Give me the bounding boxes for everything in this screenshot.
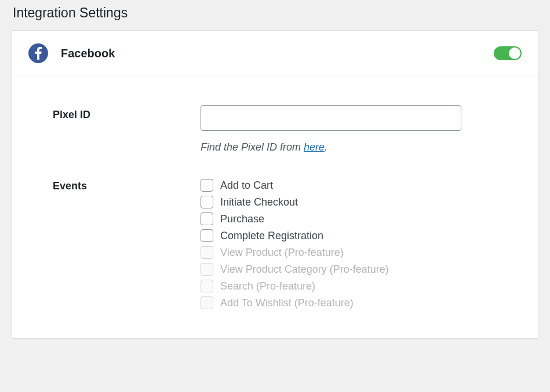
event-label: Complete Registration	[220, 230, 323, 242]
event-item: Add to Cart	[201, 179, 497, 192]
card-body: Pixel ID Find the Pixel ID from here. Ev…	[12, 76, 538, 338]
pixel-id-help: Find the Pixel ID from here.	[201, 141, 497, 153]
event-checkbox[interactable]	[201, 196, 213, 208]
event-item: Purchase	[201, 213, 497, 225]
pixel-id-input[interactable]	[201, 105, 461, 131]
event-checkbox[interactable]	[201, 179, 213, 192]
pixel-id-help-link[interactable]: here	[304, 141, 325, 153]
event-checkbox	[201, 280, 213, 292]
event-checkbox[interactable]	[201, 229, 213, 242]
event-item: View Product (Pro-feature)	[201, 246, 497, 259]
events-control: Add to CartInitiate CheckoutPurchaseComp…	[201, 177, 497, 309]
facebook-integration-card: Facebook Pixel ID Find the Pixel ID from…	[12, 30, 538, 339]
event-item: View Product Category (Pro-feature)	[201, 263, 497, 276]
event-checkbox	[201, 246, 213, 259]
events-row: Events Add to CartInitiate CheckoutPurch…	[12, 177, 538, 309]
events-label: Events	[53, 177, 201, 192]
event-label: Initiate Checkout	[220, 196, 298, 208]
event-label: Add to Cart	[220, 179, 273, 192]
pixel-id-row: Pixel ID Find the Pixel ID from here.	[12, 105, 538, 153]
event-checkbox	[201, 296, 213, 309]
events-list: Add to CartInitiate CheckoutPurchaseComp…	[201, 177, 497, 309]
integration-title: Facebook	[61, 47, 494, 60]
card-header: Facebook	[12, 31, 538, 76]
pixel-help-prefix: Find the Pixel ID from	[201, 141, 304, 153]
event-label: Purchase	[220, 213, 264, 225]
event-label: View Product Category (Pro-feature)	[220, 263, 389, 276]
event-checkbox	[201, 263, 213, 276]
facebook-icon	[28, 43, 48, 63]
pixel-id-label: Pixel ID	[53, 105, 201, 121]
event-item: Search (Pro-feature)	[201, 280, 497, 292]
pixel-id-control: Find the Pixel ID from here.	[201, 105, 497, 153]
page-title: Integration Settings	[0, 0, 550, 23]
event-item: Add To Wishlist (Pro-feature)	[201, 296, 497, 309]
event-label: View Product (Pro-feature)	[220, 247, 344, 259]
event-label: Add To Wishlist (Pro-feature)	[220, 297, 354, 309]
event-item: Complete Registration	[201, 229, 497, 242]
integration-settings-page: Integration Settings Facebook Pixel ID F…	[0, 0, 550, 339]
event-item: Initiate Checkout	[201, 196, 497, 208]
event-checkbox[interactable]	[201, 213, 213, 225]
integration-enable-toggle[interactable]	[494, 46, 522, 60]
toggle-knob	[509, 47, 520, 59]
event-label: Search (Pro-feature)	[220, 280, 315, 292]
pixel-help-suffix: .	[325, 141, 327, 153]
